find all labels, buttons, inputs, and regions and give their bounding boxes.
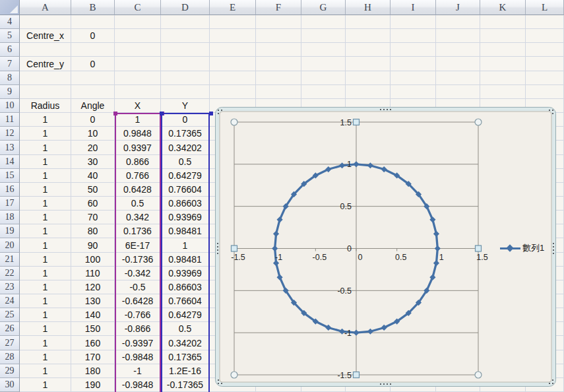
cell-B7[interactable]: 0 <box>71 57 115 71</box>
x-axis-label[interactable]: -1 <box>275 253 282 262</box>
cell-G8[interactable] <box>301 71 346 85</box>
cell-A21[interactable]: 1 <box>20 253 71 267</box>
cell-F5[interactable] <box>256 29 301 43</box>
y-axis-label[interactable]: 1 <box>347 160 352 169</box>
cell-D15[interactable]: 0.64279 <box>161 169 210 183</box>
cell-B27[interactable]: 160 <box>71 336 115 350</box>
column-header-D[interactable]: D <box>161 0 210 15</box>
row-header-8[interactable]: 8 <box>0 71 20 85</box>
cell-B17[interactable]: 60 <box>71 197 115 211</box>
cell-B6[interactable] <box>71 43 115 57</box>
frame-handle-corner-tr[interactable] <box>549 110 550 111</box>
row-header-24[interactable]: 24 <box>0 294 20 308</box>
cell-B30[interactable]: 190 <box>71 378 115 392</box>
row-header-26[interactable]: 26 <box>0 322 20 336</box>
cell-D19[interactable]: 0.98481 <box>161 224 210 238</box>
cell-I7[interactable] <box>391 57 436 71</box>
frame-handle-top[interactable] <box>383 109 385 110</box>
cell-K6[interactable] <box>480 43 526 57</box>
frame-handle-left[interactable] <box>217 253 218 254</box>
row-header-9[interactable]: 9 <box>0 85 20 99</box>
column-header-J[interactable]: J <box>436 0 480 15</box>
column-header-F[interactable]: F <box>256 0 301 15</box>
x-axis-label[interactable]: -1.5 <box>231 253 245 262</box>
cell-I9[interactable] <box>391 85 436 99</box>
cell-B22[interactable]: 110 <box>71 267 115 280</box>
row-header-6[interactable]: 6 <box>0 43 20 57</box>
cell-J8[interactable] <box>436 71 480 85</box>
cell-B12[interactable]: 10 <box>71 127 115 141</box>
plot-corner-handle[interactable] <box>231 372 237 378</box>
cell-B23[interactable]: 120 <box>71 280 115 294</box>
cell-F7[interactable] <box>256 57 301 71</box>
cell-G4[interactable] <box>301 15 346 29</box>
cell-B14[interactable]: 30 <box>71 155 115 169</box>
cell-C27[interactable]: -0.9397 <box>115 336 161 350</box>
cell-K8[interactable] <box>480 71 526 85</box>
column-header-H[interactable]: H <box>346 0 391 15</box>
cell-A24[interactable]: 1 <box>20 294 71 308</box>
cell-C24[interactable]: -0.6428 <box>115 294 161 308</box>
cell-J7[interactable] <box>436 57 480 71</box>
cell-E8[interactable] <box>210 71 256 85</box>
cell-B9[interactable] <box>71 85 115 99</box>
row-header-23[interactable]: 23 <box>0 280 20 294</box>
cell-D30[interactable]: -0.17365 <box>161 378 210 392</box>
cell-C11[interactable]: 1 <box>115 113 161 127</box>
plot-edge-handle[interactable] <box>354 119 360 125</box>
cell-C5[interactable] <box>115 29 161 43</box>
cell-D17[interactable]: 0.86603 <box>161 197 210 211</box>
cell-H5[interactable] <box>346 29 391 43</box>
cell-D21[interactable]: 0.98481 <box>161 253 210 267</box>
frame-handle-left[interactable] <box>217 249 218 251</box>
row-header-28[interactable]: 28 <box>0 350 20 364</box>
column-header-C[interactable]: C <box>115 0 161 15</box>
frame-handle-left[interactable] <box>217 246 218 247</box>
cell-A16[interactable]: 1 <box>20 183 71 197</box>
cell-D10[interactable]: Y <box>161 99 210 113</box>
row-header-18[interactable]: 18 <box>0 211 20 224</box>
frame-handle-corner-tl[interactable] <box>221 110 222 111</box>
cell-G6[interactable] <box>301 43 346 57</box>
cell-D8[interactable] <box>161 71 210 85</box>
cell-D5[interactable] <box>161 29 210 43</box>
cell-B16[interactable]: 50 <box>71 183 115 197</box>
frame-handle-right[interactable] <box>553 253 554 254</box>
cell-A11[interactable]: 1 <box>20 113 71 127</box>
cell-D28[interactable]: 0.17365 <box>161 350 210 364</box>
y-axis-label[interactable]: -1 <box>344 329 352 338</box>
cell-C4[interactable] <box>115 15 161 29</box>
cell-A5[interactable]: Centre_x <box>20 29 71 43</box>
cell-A15[interactable]: 1 <box>20 169 71 183</box>
cell-D6[interactable] <box>161 43 210 57</box>
column-header-L[interactable]: L <box>526 0 564 15</box>
cell-D12[interactable]: 0.17365 <box>161 127 210 141</box>
cell-A19[interactable]: 1 <box>20 224 71 238</box>
cell-C30[interactable]: -0.9848 <box>115 378 161 392</box>
cell-B11[interactable]: 0 <box>71 113 115 127</box>
cell-A28[interactable]: 1 <box>20 350 71 364</box>
column-header-I[interactable]: I <box>391 0 436 15</box>
cell-F8[interactable] <box>256 71 301 85</box>
cell-A18[interactable]: 1 <box>20 211 71 224</box>
cell-A27[interactable]: 1 <box>20 336 71 350</box>
cell-C6[interactable] <box>115 43 161 57</box>
frame-handle-corner-tr[interactable] <box>552 113 553 114</box>
cell-D13[interactable]: 0.34202 <box>161 141 210 155</box>
frame-handle-right[interactable] <box>553 249 554 251</box>
row-header-15[interactable]: 15 <box>0 169 20 183</box>
row-header-13[interactable]: 13 <box>0 141 20 155</box>
cell-L7[interactable] <box>526 57 564 71</box>
frame-handle-corner-br[interactable] <box>549 383 550 384</box>
x-axis-label[interactable]: 0.5 <box>395 253 406 262</box>
cell-K4[interactable] <box>480 15 526 29</box>
frame-handle-corner-bl[interactable] <box>218 383 219 384</box>
cell-I6[interactable] <box>391 43 436 57</box>
cell-L5[interactable] <box>526 29 564 43</box>
cell-D29[interactable]: 1.2E-16 <box>161 364 210 378</box>
cell-H6[interactable] <box>346 43 391 57</box>
cell-C14[interactable]: 0.866 <box>115 155 161 169</box>
frame-handle-corner-bl[interactable] <box>221 383 222 384</box>
cell-D16[interactable]: 0.76604 <box>161 183 210 197</box>
cell-B4[interactable] <box>71 15 115 29</box>
